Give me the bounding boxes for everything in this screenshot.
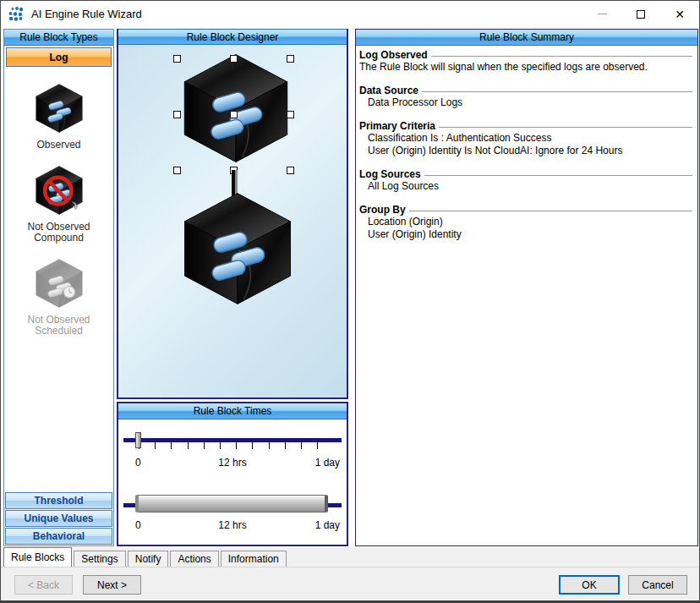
- rule-block-types-header: Rule Block Types: [4, 30, 113, 46]
- selection-handle[interactable]: [230, 111, 238, 118]
- time-slider-ticks: [139, 442, 331, 449]
- rule-block-type-list: Observed Not Observed Compound N: [4, 69, 113, 337]
- rule-block-summary-header: Rule Block Summary: [356, 30, 697, 46]
- rule-block-times-header: Rule Block Times: [118, 403, 347, 419]
- category-buttons: Threshold Unique Values Behavioral: [5, 492, 112, 545]
- minimize-icon: [598, 14, 607, 14]
- cube-observed-icon: [33, 82, 85, 134]
- selection-handle[interactable]: [173, 111, 181, 118]
- summary-section-primary-criteria: Primary Criteria Classification Is : Aut…: [359, 120, 692, 157]
- summary-section-log-observed: Log Observed The Rule Block will signal …: [359, 49, 692, 74]
- section-rule: [431, 56, 692, 57]
- log-block-2[interactable]: [178, 189, 298, 309]
- title-bar: AI Engine Rule Wizard ✕: [1, 1, 699, 27]
- time-slider-labels: 0 12 hrs 1 day: [123, 457, 342, 469]
- selection-handle[interactable]: [230, 55, 238, 63]
- wizard-tabstrip: Rule Blocks Settings Notify Actions Info…: [1, 547, 699, 567]
- summary-section-log-sources: Log Sources All Log Sources: [359, 168, 692, 193]
- designer-canvas[interactable]: [118, 45, 347, 397]
- minimize-button[interactable]: [582, 1, 621, 27]
- selection-handle[interactable]: [287, 167, 294, 174]
- time-slider-thumb[interactable]: [135, 432, 141, 448]
- range-slider-bar[interactable]: [135, 495, 328, 513]
- log-block-1[interactable]: [178, 50, 294, 167]
- ai-engine-rule-wizard-window: AI Engine Rule Wizard ✕ Rule Block Types…: [0, 0, 700, 603]
- ok-button[interactable]: OK: [559, 575, 620, 595]
- tab-settings[interactable]: Settings: [74, 551, 125, 567]
- rule-block-types-panel: Rule Block Types Log Observed Not Observ…: [3, 29, 114, 546]
- back-button: < Back: [14, 575, 73, 595]
- tab-actions[interactable]: Actions: [170, 551, 218, 567]
- section-rule: [424, 175, 692, 176]
- selection-handle[interactable]: [173, 167, 181, 174]
- selection-handle[interactable]: [287, 55, 294, 63]
- section-rule: [409, 211, 692, 211]
- logrhythm-app-icon: [8, 6, 25, 23]
- cancel-button[interactable]: Cancel: [628, 575, 687, 595]
- type-item-not-observed-compound[interactable]: Not Observed Compound: [4, 151, 113, 244]
- range-slider-labels: 0 12 hrs 1 day: [123, 519, 342, 531]
- selection-handle[interactable]: [287, 111, 294, 118]
- type-item-observed[interactable]: Observed: [4, 69, 113, 151]
- rule-block-designer-header: Rule Block Designer: [118, 29, 347, 45]
- rule-block-times-panel: Rule Block Times 0 12 hrs 1 day 0 12 hrs…: [117, 402, 348, 546]
- tab-information[interactable]: Information: [221, 551, 287, 567]
- window-title: AI Engine Rule Wizard: [31, 8, 142, 20]
- rule-block-designer-panel: Rule Block Designer: [117, 29, 348, 399]
- maximize-button[interactable]: [621, 1, 660, 27]
- behavioral-category-button[interactable]: Behavioral: [5, 528, 112, 545]
- summary-section-data-source: Data Source Data Processor Logs: [359, 85, 692, 109]
- times-body: 0 12 hrs 1 day 0 12 hrs 1 day: [118, 419, 347, 545]
- section-rule: [439, 127, 692, 128]
- summary-section-group-by: Group By Location (Origin) User (Origin)…: [359, 204, 692, 241]
- close-button[interactable]: ✕: [660, 1, 699, 27]
- tab-notify[interactable]: Notify: [128, 551, 169, 567]
- wizard-footer: < Back Next > OK Cancel: [1, 567, 699, 600]
- unique-values-category-button[interactable]: Unique Values: [5, 510, 112, 527]
- summary-body: Log Observed The Rule Block will signal …: [356, 46, 697, 241]
- window-controls: ✕: [582, 1, 699, 27]
- threshold-category-button[interactable]: Threshold: [5, 492, 112, 509]
- type-item-not-observed-scheduled: Not Observed Scheduled: [4, 244, 113, 337]
- rule-block-summary-panel: Rule Block Summary Log Observed The Rule…: [355, 29, 698, 546]
- cube-scheduled-icon: [33, 257, 85, 310]
- next-button[interactable]: Next >: [83, 575, 141, 595]
- maximize-icon: [637, 10, 645, 19]
- log-category-button[interactable]: Log: [6, 47, 112, 67]
- selection-handle[interactable]: [173, 55, 181, 63]
- cube-not-observed-icon: [33, 164, 85, 217]
- close-icon: ✕: [675, 8, 685, 20]
- section-rule: [422, 91, 692, 92]
- tab-rule-blocks[interactable]: Rule Blocks: [3, 547, 72, 567]
